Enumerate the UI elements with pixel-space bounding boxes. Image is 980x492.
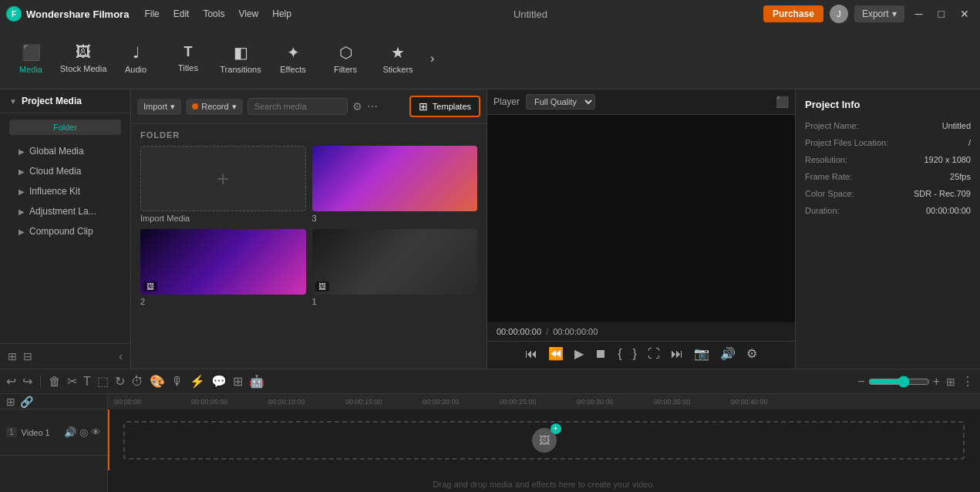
mark-out-button[interactable]: } [630,345,640,362]
close-button[interactable]: ✕ [955,6,974,22]
media-label-3: 3 [312,214,478,223]
filter-button[interactable]: ⚙ [352,100,362,113]
toolbar-item-effects[interactable]: ✦ Effects [268,32,318,86]
sidebar-label-adjustment-la: Adjustment La... [29,206,96,217]
purchase-button[interactable]: Purchase [763,5,823,22]
preview-snapshot-button[interactable]: ⬛ [776,96,789,108]
export-button[interactable]: Export ▾ [854,5,904,22]
sidebar-item-influence-kit[interactable]: ▶ Influence Kit [0,181,130,201]
chevron-icon: ▶ [19,147,25,156]
undo-button[interactable]: ↩ [6,374,16,389]
sidebar-item-cloud-media[interactable]: ▶ Cloud Media [0,161,130,181]
menu-help[interactable]: Help [266,5,298,22]
timeline-more-button[interactable]: ⋮ [961,374,974,389]
color-button[interactable]: 🎨 [150,374,165,389]
sidebar-item-compound-clip[interactable]: ▶ Compound Clip [0,221,130,241]
toolbar-item-media[interactable]: ⬛ Media [6,32,56,86]
transitions-icon: ◧ [234,43,248,62]
zoom-out-button[interactable]: − [857,375,864,389]
cut-button[interactable]: ✂ [67,374,77,389]
rewind-button[interactable]: ⏪ [545,345,567,362]
track-mute-button[interactable]: ◎ [79,426,88,438]
stop-button[interactable]: ⏹ [591,345,610,362]
audio-ctrl-button[interactable]: 🔊 [717,345,739,362]
snapshot-ctrl-button[interactable]: 📷 [691,345,712,362]
info-row-location: Project Files Location: / [805,138,971,147]
toolbar-item-stickers[interactable]: ★ Stickers [373,32,423,86]
redo-button[interactable]: ↪ [22,374,32,389]
text-tool-button[interactable]: T [83,375,91,389]
zoom-slider[interactable] [868,376,930,388]
track-visibility-button[interactable]: 👁 [91,426,101,438]
folder-button[interactable]: Folder [9,120,121,135]
collapse-panel-button[interactable]: ‹ [117,349,124,364]
toolbar-item-filters[interactable]: ⬡ Filters [321,32,370,86]
media-item-1[interactable]: 🖼 1 [312,229,478,306]
rotate-button[interactable]: ↻ [115,374,125,389]
project-media-header[interactable]: ▼ Project Media [0,89,130,113]
ai-button[interactable]: 🤖 [249,374,264,389]
toolbar-label-transitions: Transitions [220,65,261,74]
play-button[interactable]: ▶ [571,345,587,362]
drop-zone: 🖼 + [123,421,965,460]
split-button[interactable]: ⚡ [190,374,205,389]
chevron-icon: ▼ [9,97,17,106]
import-button[interactable]: Import ▾ [137,99,181,115]
media-item-2[interactable]: 🖼 2 [140,229,306,306]
media-icon: ⬛ [22,43,41,62]
panel-option-button[interactable]: ⊟ [22,349,34,364]
search-input[interactable] [248,98,348,115]
menu-file[interactable]: File [138,5,165,22]
toolbar-more-button[interactable]: › [426,52,439,66]
speed-button[interactable]: ⏱ [131,375,143,389]
sidebar-item-adjustment-la[interactable]: ▶ Adjustment La... [0,201,130,221]
timeline-view-button[interactable]: ⊞ [946,376,955,388]
toolbar-item-audio[interactable]: ♩ Audio [111,32,160,86]
pip-button[interactable]: ⊞ [233,374,243,389]
track-number-badge: 1 [6,427,17,437]
minimize-button[interactable]: ─ [911,6,928,22]
fullscreen-button[interactable]: ⛶ [645,345,663,362]
quality-select[interactable]: Full Quality 1/2 Quality 1/4 Quality [526,94,595,110]
titlebar: F Wondershare Filmora File Edit Tools Vi… [0,0,980,28]
menu-view[interactable]: View [232,5,264,22]
settings-ctrl-button[interactable]: ⚙ [743,345,760,362]
import-media-thumb[interactable]: + [140,146,306,211]
toolbar-item-stock-media[interactable]: 🖼 Stock Media [59,32,108,86]
info-label-framerate: Frame Rate: [805,172,852,181]
mark-in-button[interactable]: { [615,345,625,362]
crop-button[interactable]: ⬚ [97,374,109,389]
menu-tools[interactable]: Tools [197,5,231,22]
sidebar-label-influence-kit: Influence Kit [29,186,80,197]
delete-button[interactable]: 🗑 [49,375,61,389]
maximize-button[interactable]: □ [934,6,949,22]
audio-icon: ♩ [133,43,140,62]
media-thumb-3[interactable] [312,146,478,211]
media-more-button[interactable]: ⋯ [367,100,378,113]
time-mark-6: 00:00:30:00 [577,398,654,406]
templates-grid-icon: ⊞ [419,100,428,113]
toolbar-item-transitions[interactable]: ◧ Transitions [216,32,265,86]
media-thumb-1[interactable]: 🖼 [312,229,478,295]
next-clip-button[interactable]: ⏭ [668,345,686,362]
menu-edit[interactable]: Edit [167,5,196,22]
user-avatar[interactable]: J [830,5,848,23]
audio-tool-button[interactable]: 🎙 [171,375,184,389]
add-panel-button[interactable]: ⊞ [6,349,19,364]
prev-clip-button[interactable]: ⏮ [522,345,541,362]
link-track-button[interactable]: 🔗 [20,396,33,408]
time-mark-4: 00:00:20:00 [423,398,500,406]
track-audio-button[interactable]: 🔊 [64,426,76,438]
templates-button[interactable]: ⊞ Templates [409,96,480,117]
media-item-import[interactable]: + Import Media [140,146,306,223]
add-track-button[interactable]: ⊞ [6,396,15,408]
zoom-in-button[interactable]: + [933,375,940,389]
subtitle-button[interactable]: 💬 [211,374,227,389]
media-thumb-2[interactable]: 🖼 [140,229,306,295]
track-drop-zone: 🖼 + [108,409,980,470]
sidebar-item-global-media[interactable]: ▶ Global Media [0,141,130,161]
chevron-down-icon: ▾ [232,102,237,112]
record-button[interactable]: Record ▾ [186,99,242,115]
media-item-3[interactable]: 3 [312,146,478,223]
toolbar-item-titles[interactable]: T Titles [163,32,213,86]
